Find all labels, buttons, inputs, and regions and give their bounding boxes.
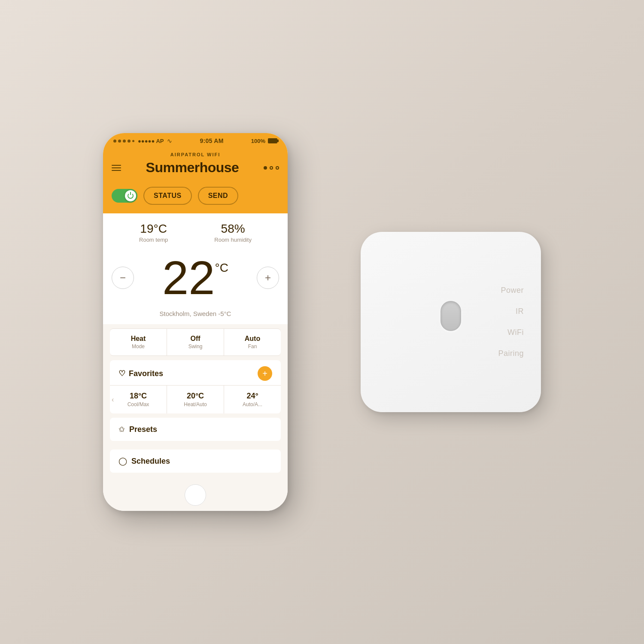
fav-item-0[interactable]: ‹ 18°C Cool/Max	[110, 386, 167, 413]
fav-arrow-left: ‹	[112, 396, 114, 404]
battery-fill	[269, 139, 276, 143]
app-content: 19°C Room temp 58% Room humidity − 22 °C…	[103, 213, 288, 479]
fav-temp-1: 20°C	[170, 392, 220, 401]
hardware-label-pairing: Pairing	[498, 349, 524, 358]
status-bar-right: 100%	[251, 138, 277, 144]
phone: ●●●●● AP ∿ 9:05 AM 100% AIRPATROL WIFI S	[103, 133, 288, 511]
nav-dot-1[interactable]	[264, 166, 267, 170]
power-toggle[interactable]	[112, 189, 137, 203]
hardware-label-ir: IR	[516, 307, 524, 316]
hamburger-line-3	[112, 170, 121, 171]
setpoint-value: 22	[162, 254, 215, 301]
send-button[interactable]: SEND	[198, 187, 238, 205]
presets-title: Presets	[129, 425, 157, 434]
favorites-title: ♡ Favorites	[118, 369, 163, 378]
battery-percent: 100%	[251, 138, 265, 144]
favorites-add-button[interactable]: +	[258, 366, 272, 381]
fav-item-2[interactable]: 24° Auto/A...	[224, 386, 281, 413]
favorites-header: ♡ Favorites +	[110, 360, 281, 385]
nav-dot-3[interactable]	[276, 166, 279, 170]
signal-dot-4	[128, 140, 131, 143]
mode-fan-main: Auto	[228, 335, 277, 343]
phone-home-area	[103, 479, 288, 511]
home-button[interactable]	[185, 484, 206, 506]
hardware-label-power: Power	[501, 286, 524, 295]
favorites-row: ‹ 18°C Cool/Max 20°C Heat/Auto 24° Auto/…	[110, 385, 281, 413]
room-readings: 19°C Room temp 58% Room humidity	[103, 213, 288, 247]
mode-heat-sub: Mode	[113, 343, 163, 349]
room-temp-value: 19°C	[139, 222, 168, 236]
mode-buttons: Heat Mode Off Swing Auto Fan	[110, 328, 281, 356]
mode-btn-heat[interactable]: Heat Mode	[110, 329, 167, 355]
room-humidity-value: 58%	[214, 222, 252, 236]
mode-fan-sub: Fan	[228, 343, 277, 349]
hamburger-line-2	[112, 167, 121, 168]
mode-swing-main: Off	[170, 335, 220, 343]
mode-btn-fan[interactable]: Auto Fan	[224, 329, 281, 355]
app-title-row: Summerhouse	[112, 160, 279, 176]
status-button[interactable]: STATUS	[143, 187, 192, 205]
signal-dot-1	[113, 140, 116, 143]
hamburger-line-1	[112, 165, 121, 166]
temp-control: − 22 °C +	[103, 247, 288, 310]
decrement-button[interactable]: −	[112, 267, 134, 289]
mode-heat-main: Heat	[113, 335, 163, 343]
room-temp-reading: 19°C Room temp	[139, 222, 168, 243]
presets-section[interactable]: ✩ Presets	[110, 418, 281, 441]
location-text: Stockholm, Sweden -5°C	[103, 310, 288, 324]
star-icon: ✩	[118, 425, 125, 434]
main-temp-display: 22 °C	[162, 254, 228, 301]
signal-dot-5	[132, 140, 134, 142]
room-humidity-label: Room humidity	[214, 237, 252, 243]
heart-icon: ♡	[118, 369, 125, 378]
fav-mode-0: Cool/Max	[113, 401, 163, 407]
fav-temp-0: 18°C	[113, 392, 163, 401]
clock-icon: ◯	[118, 456, 127, 466]
increment-button[interactable]: +	[257, 267, 279, 289]
room-temp-label: Room temp	[139, 237, 168, 243]
fav-temp-2: 24°	[228, 392, 277, 401]
app-header: AIRPATROL WIFI Summerhouse	[103, 149, 288, 182]
status-bar: ●●●●● AP ∿ 9:05 AM 100%	[103, 133, 288, 149]
favorites-title-text: Favorites	[129, 369, 163, 378]
app-subtitle: AIRPATROL WIFI	[112, 152, 279, 157]
power-icon	[128, 193, 134, 199]
nav-dot-2[interactable]	[270, 166, 273, 170]
mode-swing-sub: Swing	[170, 343, 220, 349]
fav-mode-2: Auto/A...	[228, 401, 277, 407]
signal-dot-2	[118, 140, 121, 143]
fav-item-1[interactable]: 20°C Heat/Auto	[167, 386, 224, 413]
scene: Power IR WiFi Pairing ●●●●● AP ∿ 9:05 AM…	[86, 86, 558, 558]
wifi-icon: ∿	[167, 137, 172, 144]
hardware-device: Power IR WiFi Pairing	[361, 232, 541, 412]
dots-navigation	[264, 166, 279, 170]
fav-mode-1: Heat/Auto	[170, 401, 220, 407]
signal-dot-3	[123, 140, 126, 143]
hardware-notch	[440, 301, 461, 331]
hardware-label-wifi: WiFi	[507, 328, 524, 337]
mode-btn-swing[interactable]: Off Swing	[167, 329, 224, 355]
toggle-knob	[125, 190, 136, 201]
schedules-section[interactable]: ◯ Schedules	[110, 450, 281, 473]
time-display: 9:05 AM	[200, 137, 223, 144]
setpoint-unit: °C	[215, 261, 228, 275]
hamburger-button[interactable]	[112, 165, 121, 171]
carrier-text: ●●●●● AP	[138, 138, 164, 144]
app-title: Summerhouse	[146, 160, 239, 176]
battery-icon	[268, 138, 277, 143]
schedules-title: Schedules	[131, 457, 170, 466]
controls-row: STATUS SEND	[103, 182, 288, 213]
status-bar-left: ●●●●● AP ∿	[113, 137, 172, 144]
room-humidity-reading: 58% Room humidity	[214, 222, 252, 243]
